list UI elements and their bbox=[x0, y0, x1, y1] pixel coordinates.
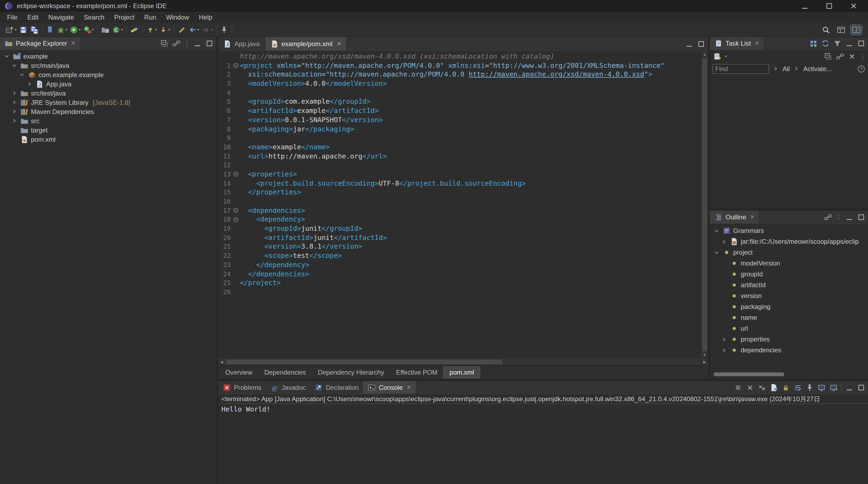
maximize-view-icon[interactable] bbox=[857, 383, 866, 392]
package-explorer-item-example[interactable]: example bbox=[0, 52, 217, 61]
dropdown-arrow-icon[interactable]: ▾ bbox=[14, 27, 17, 32]
maximize-view-icon[interactable] bbox=[205, 39, 214, 48]
chevron-down-icon[interactable] bbox=[11, 61, 18, 70]
dropdown-arrow-icon[interactable]: ▾ bbox=[168, 27, 170, 32]
chevron-down-icon[interactable] bbox=[713, 248, 720, 257]
remove-all-icon[interactable] bbox=[757, 383, 766, 392]
find-input[interactable] bbox=[713, 64, 769, 73]
console-tab-javadoc[interactable]: @Javadoc bbox=[266, 381, 310, 394]
code-line-1[interactable]: 1−<project xmlns="http://maven.apache.or… bbox=[218, 61, 701, 70]
maximize-view-icon[interactable] bbox=[857, 213, 866, 221]
link-with-editor-icon[interactable] bbox=[836, 52, 844, 61]
synchronize-icon[interactable] bbox=[821, 39, 830, 48]
minimize-editor-icon[interactable] bbox=[685, 39, 693, 48]
minimize-view-icon[interactable] bbox=[193, 39, 202, 48]
pom-page-tab-dependencies[interactable]: Dependencies bbox=[259, 367, 311, 378]
new-class-button[interactable]: C▾ bbox=[111, 25, 124, 34]
pom-page-tab-effective-pom[interactable]: Effective POM bbox=[391, 367, 443, 378]
fold-collapse-icon[interactable]: − bbox=[234, 172, 238, 177]
dropdown-arrow-icon[interactable]: ▾ bbox=[197, 27, 199, 32]
magnifier-button[interactable] bbox=[820, 25, 831, 34]
activate-label[interactable]: Activate... bbox=[803, 65, 832, 72]
fold-collapse-icon[interactable]: − bbox=[234, 63, 238, 68]
code-mining-line[interactable]: http://maven.apache.org/xsd/maven-4.0.0.… bbox=[218, 52, 701, 61]
persp-java-button[interactable]: J bbox=[851, 25, 862, 34]
editor-tab-example-pom-xml[interactable]: example/pom.xml✕ bbox=[265, 37, 347, 51]
maximize-view-icon[interactable] bbox=[857, 39, 866, 48]
code-line-3[interactable]: 3 <modelVersion>4.0.0</modelVersion> bbox=[218, 79, 701, 88]
scope-all-label[interactable]: All bbox=[782, 65, 790, 72]
code-line-19[interactable]: 19 <groupId>junit</groupId> bbox=[218, 224, 701, 233]
menu-file[interactable]: File bbox=[2, 12, 23, 22]
pom-page-tab-pom-xml[interactable]: pom.xml bbox=[444, 367, 480, 378]
outline-tab[interactable]: Outline ✕ bbox=[710, 211, 759, 223]
console-tab-problems[interactable]: Problems bbox=[218, 381, 266, 394]
code-line-2[interactable]: 2 xsi:schemaLocation="http://maven.apach… bbox=[218, 70, 701, 79]
package-explorer-item-maven-dependencies[interactable]: Maven Dependencies bbox=[0, 107, 217, 116]
link-with-editor-icon[interactable] bbox=[172, 39, 181, 48]
package-explorer-tab[interactable]: Package Explorer ✕ bbox=[0, 37, 80, 50]
new-task-dropdown-icon[interactable]: ▾ bbox=[725, 54, 727, 58]
forward-button[interactable]: ▾ bbox=[200, 25, 214, 34]
back-button[interactable]: ▾ bbox=[187, 25, 200, 34]
window-maximize-button[interactable] bbox=[819, 0, 839, 12]
minimize-view-icon[interactable] bbox=[845, 39, 854, 48]
code-line-15[interactable]: 15 </properties> bbox=[218, 188, 701, 197]
help-icon[interactable]: ? bbox=[857, 64, 866, 73]
xml-editor[interactable]: http://maven.apache.org/xsd/maven-4.0.0.… bbox=[218, 51, 708, 358]
ext-tools-button[interactable]: ▾ bbox=[82, 25, 95, 34]
display-selected-icon[interactable] bbox=[817, 383, 826, 392]
skip-bp-button[interactable] bbox=[44, 25, 55, 34]
remove-task-icon[interactable] bbox=[848, 52, 856, 61]
view-menu-icon[interactable]: ⋮ bbox=[836, 213, 842, 221]
hscroll-thumb[interactable] bbox=[226, 359, 502, 364]
menu-edit[interactable]: Edit bbox=[23, 12, 43, 22]
save-button[interactable] bbox=[18, 25, 29, 34]
chevron-right-icon[interactable] bbox=[721, 346, 728, 355]
new-java-project-button[interactable]: J bbox=[100, 25, 111, 34]
outline-item-properties[interactable]: properties bbox=[710, 334, 868, 345]
dropdown-arrow-icon[interactable]: ▾ bbox=[79, 27, 81, 32]
code-line-26[interactable]: 26 bbox=[218, 288, 701, 297]
scroll-left-icon[interactable]: ◀ bbox=[218, 360, 225, 364]
console-tab-console[interactable]: Console✕ bbox=[363, 381, 415, 394]
scroll-right-icon[interactable]: ▶ bbox=[701, 360, 708, 364]
outline-item-name[interactable]: name bbox=[710, 312, 868, 323]
code-line-22[interactable]: 22 <scope>test</scope> bbox=[218, 251, 701, 260]
outline-item-groupid[interactable]: groupId bbox=[710, 269, 868, 280]
code-line-18[interactable]: 18− <dependency> bbox=[218, 215, 701, 224]
package-explorer-item-src-test-java[interactable]: src/test/java bbox=[0, 89, 217, 98]
categorized-icon[interactable] bbox=[809, 39, 818, 48]
package-explorer-item-src[interactable]: src bbox=[0, 116, 217, 125]
next-ann-button[interactable]: ▾ bbox=[158, 25, 171, 34]
editor-horizontal-scrollbar[interactable]: ◀ ▶ bbox=[218, 358, 708, 365]
close-view-icon[interactable]: ✕ bbox=[754, 40, 759, 46]
chevron-right-icon[interactable] bbox=[772, 64, 779, 73]
package-explorer-item-jre-system-library[interactable]: JRE System Library[JavaSE-1.8] bbox=[0, 98, 217, 107]
outline-item-dependencies[interactable]: dependencies bbox=[710, 345, 868, 356]
chevron-right-icon[interactable] bbox=[721, 335, 728, 344]
last-edit-button[interactable] bbox=[176, 25, 187, 34]
close-view-icon[interactable]: ✕ bbox=[750, 214, 754, 220]
package-explorer-item-target[interactable]: target bbox=[0, 125, 217, 134]
code-line-10[interactable]: 10 <name>example</name> bbox=[218, 143, 701, 152]
code-line-7[interactable]: 7 <version>0.0.1-SNAPSHOT</version> bbox=[218, 116, 701, 125]
pom-page-tab-overview[interactable]: Overview bbox=[220, 367, 258, 378]
remove-icon[interactable] bbox=[746, 383, 754, 392]
chevron-right-icon[interactable] bbox=[721, 237, 728, 246]
code-line-11[interactable]: 11 <url>http://maven.apache.org</url> bbox=[218, 152, 701, 161]
chevron-right-icon[interactable] bbox=[26, 80, 33, 88]
dropdown-arrow-icon[interactable]: ▾ bbox=[92, 27, 94, 32]
package-explorer-item-pom-xml[interactable]: pom.xml bbox=[0, 134, 217, 144]
word-wrap-icon[interactable] bbox=[794, 383, 802, 392]
flashlight-button[interactable] bbox=[129, 25, 140, 34]
code-line-20[interactable]: 20 <artifactId>junit</artifactId> bbox=[218, 234, 701, 242]
menu-project[interactable]: Project bbox=[110, 12, 140, 22]
code-line-12[interactable]: 12 bbox=[218, 161, 701, 170]
menu-search[interactable]: Search bbox=[79, 12, 110, 22]
dropdown-arrow-icon[interactable]: ▾ bbox=[65, 27, 67, 32]
package-explorer-item-app-java[interactable]: JApp.java bbox=[0, 79, 217, 89]
code-line-23[interactable]: 23 </dependency> bbox=[218, 261, 701, 270]
pom-page-tab-dependency-hierarchy[interactable]: Dependency Hierarchy bbox=[313, 367, 390, 378]
package-explorer-item-src-main-java[interactable]: src/main/java bbox=[0, 61, 217, 70]
